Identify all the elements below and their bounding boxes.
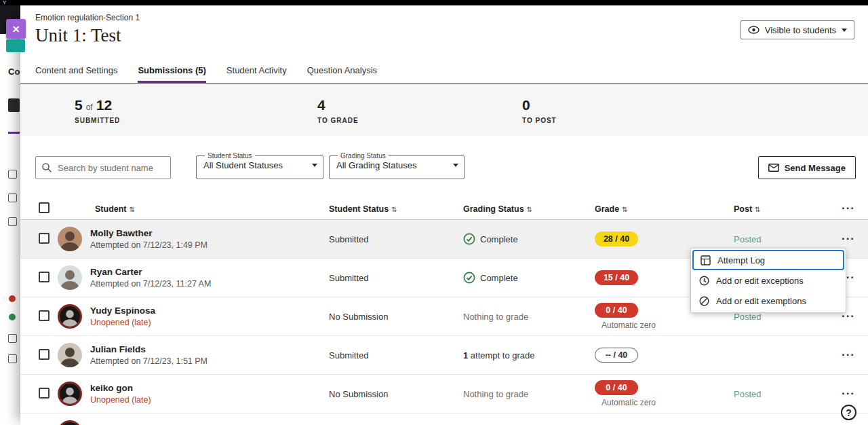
nav-item-icon: [8, 334, 17, 343]
grading-status-filter-value: All Grading Statuses: [336, 160, 417, 170]
menu-item-label: Add or edit exemptions: [716, 296, 806, 306]
send-message-label: Send Message: [785, 163, 846, 173]
close-panel-button[interactable]: ✕: [6, 19, 26, 39]
grading-status-cell: Complete: [463, 233, 595, 245]
grading-status-text: Nothing to grade: [463, 312, 528, 322]
tab-question-analysis[interactable]: Question Analysis: [307, 61, 377, 83]
stat-to-grade: 4 TO GRADE: [317, 97, 359, 124]
student-status: Submitted: [329, 234, 463, 244]
nav-item-icon: [8, 170, 17, 179]
column-label: Post: [734, 204, 752, 214]
grading-status-cell: 1 attempt to grade: [463, 350, 595, 361]
student-status-filter-label: Student Status: [205, 152, 255, 160]
stat-to-post: 0 TO POST: [522, 97, 557, 124]
grading-status-filter-label: Grading Status: [338, 152, 389, 160]
post-status[interactable]: Posted: [734, 234, 761, 244]
row-overflow-menu[interactable]: ···: [842, 232, 855, 245]
student-status-filter[interactable]: Student Status All Student Statuses: [196, 152, 323, 179]
red-status-dot: [9, 295, 16, 302]
grading-status-filter[interactable]: Grading Status All Grading Statuses: [329, 152, 465, 179]
underlying-page-sliver: Co: [0, 5, 20, 425]
select-all-checkbox[interactable]: [39, 202, 50, 213]
grading-status-text: Complete: [480, 273, 518, 283]
student-name: Molly Bawther: [90, 228, 329, 238]
menu-item-label: Attempt Log: [717, 255, 765, 265]
student-name: Yudy Espinosa: [90, 306, 329, 316]
table-row[interactable]: keiko gon Unopened (late) No Submission …: [20, 375, 868, 413]
student-subtext: Unopened (late): [90, 395, 329, 405]
grade-pill[interactable]: 28 / 40: [595, 232, 638, 246]
student-status: No Submission: [329, 389, 463, 399]
window-top-bar: Y: [0, 0, 868, 5]
menu-item-add-exemptions[interactable]: Add or edit exemptions: [692, 291, 844, 311]
sort-icon: ⇅: [755, 206, 760, 213]
column-grading-status[interactable]: Grading Status⇅: [463, 204, 595, 214]
column-student[interactable]: Student⇅: [58, 204, 329, 214]
row-overflow-menu[interactable]: ···: [842, 387, 855, 400]
student-name: Ryan Carter: [90, 267, 329, 277]
student-name: keiko gon: [90, 383, 329, 393]
search-input[interactable]: [35, 156, 171, 179]
search-icon: [41, 162, 52, 173]
row-checkbox[interactable]: [39, 310, 50, 321]
course-content-partial-label: Co: [8, 67, 20, 77]
chevron-down-icon: [842, 29, 847, 32]
column-grade[interactable]: Grade⇅: [595, 204, 734, 214]
grading-status-text: attempt to grade: [468, 350, 534, 361]
filter-row: Student Status All Student Statuses Grad…: [20, 152, 868, 179]
grade-pill[interactable]: 0 / 40: [595, 380, 638, 395]
assessment-panel: Emotion regulation-Section 1 Unit 1: Tes…: [20, 5, 868, 425]
stat-label: SUBMITTED: [75, 117, 120, 124]
automatic-zero-label: Automatic zero: [601, 398, 734, 407]
column-label: Student Status: [329, 204, 389, 214]
grade-pill[interactable]: 0 / 40: [595, 303, 638, 318]
tab-content-and-settings[interactable]: Content and Settings: [35, 61, 117, 83]
student-name: Julian Fields: [90, 344, 329, 354]
visibility-dropdown[interactable]: Visible to students: [741, 20, 854, 39]
help-button[interactable]: ?: [841, 405, 856, 420]
grade-pill[interactable]: 15 / 40: [595, 270, 638, 285]
green-status-dot: [9, 314, 16, 320]
student-status: Submitted: [329, 273, 463, 283]
avatar: [58, 343, 82, 367]
column-student-status[interactable]: Student Status⇅: [329, 204, 463, 214]
tab-student-activity[interactable]: Student Activity: [226, 61, 287, 83]
grading-status-cell: Nothing to grade: [463, 312, 595, 322]
student-subtext: Attempted on 7/12/23, 11:27 AM: [90, 279, 329, 289]
tab-submissions[interactable]: Submissions (5): [138, 61, 205, 83]
stat-of: of: [86, 103, 93, 112]
accent-bar: [8, 132, 20, 134]
column-label: Grade: [595, 204, 619, 214]
grading-status-cell: Nothing to grade: [463, 389, 595, 399]
envelope-icon: [768, 164, 779, 172]
row-checkbox[interactable]: [39, 349, 50, 360]
complete-check-icon: [463, 233, 475, 245]
row-checkbox[interactable]: [39, 272, 50, 282]
stat-label: TO GRADE: [317, 117, 359, 124]
stats-band: 5 of 12 SUBMITTED 4 TO GRADE 0 TO POST: [20, 84, 868, 136]
ban-icon: [699, 296, 709, 306]
menu-item-add-exceptions[interactable]: Add or edit exceptions: [692, 270, 844, 291]
student-subtext: Unopened (late): [90, 318, 329, 327]
table-header: Student⇅ Student Status⇅ Grading Status⇅…: [20, 198, 868, 220]
menu-item-attempt-log[interactable]: Attempt Log: [692, 250, 844, 270]
table-overflow-menu[interactable]: ···: [842, 202, 855, 215]
row-checkbox[interactable]: [39, 233, 50, 244]
row-overflow-menu[interactable]: ···: [842, 348, 855, 361]
column-post[interactable]: Post⇅: [734, 204, 838, 214]
close-icon: ✕: [12, 24, 20, 35]
stat-value: 0: [522, 97, 530, 113]
row-checkbox[interactable]: [39, 388, 50, 399]
avatar: [58, 265, 82, 290]
table-row[interactable]: 0 / 40 ···: [20, 413, 868, 425]
sort-icon: ⇅: [130, 206, 135, 213]
column-label: Student: [95, 204, 127, 214]
post-status[interactable]: Posted: [734, 389, 761, 399]
stat-value: 5: [75, 97, 83, 113]
automatic-zero-label: Automatic zero: [601, 320, 734, 330]
grade-pill[interactable]: -- / 40: [595, 348, 638, 363]
row-context-menu: Attempt Log Add or edit exceptions Add o…: [690, 248, 846, 313]
avatar: [58, 420, 82, 425]
send-message-button[interactable]: Send Message: [758, 156, 856, 179]
table-row[interactable]: Julian Fields Attempted on 7/12/23, 1:51…: [20, 336, 868, 375]
